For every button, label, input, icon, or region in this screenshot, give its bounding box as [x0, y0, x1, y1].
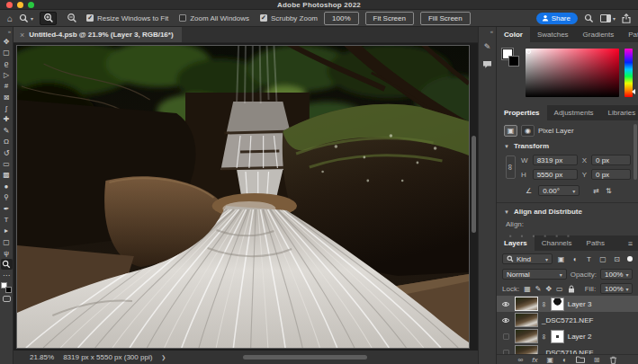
eraser-tool[interactable]: ▭	[1, 158, 13, 169]
screen-mode-icon[interactable]	[3, 296, 11, 302]
y-field[interactable]: 0 px	[591, 169, 631, 180]
chevron-down-icon[interactable]: ▼	[504, 209, 509, 215]
link-dimensions-icon[interactable]: ∞	[506, 155, 516, 179]
zoom-out-button[interactable]	[63, 12, 80, 25]
share-button[interactable]: Share	[536, 13, 578, 24]
saturation-brightness-field[interactable]	[526, 49, 619, 97]
layer-thumbnail[interactable]	[515, 329, 538, 343]
move-tool[interactable]: ✥	[1, 36, 13, 47]
checkbox-scrubby-zoom[interactable]: ✓Scrubby Zoom	[260, 14, 318, 22]
lock-all-icon[interactable]	[568, 285, 575, 293]
pixel-layer-icon[interactable]: ▣	[504, 125, 517, 137]
eyedropper-tool[interactable]: ʃ	[1, 102, 13, 113]
new-group-icon[interactable]	[576, 356, 585, 363]
clone-stamp-tool[interactable]: Ω	[1, 137, 13, 147]
filter-shape-layers-icon[interactable]: ▢	[598, 255, 607, 263]
tab-adjustments[interactable]: Adjustments	[547, 105, 601, 120]
canvas-area[interactable]	[13, 43, 478, 351]
status-zoom-level[interactable]: 21.85%	[30, 353, 54, 361]
export-button[interactable]	[622, 13, 631, 23]
color-picker-ring[interactable]	[526, 49, 531, 54]
fit-screen-button[interactable]: Fit Screen	[365, 12, 414, 25]
lock-artboard-icon[interactable]: ▭	[556, 285, 563, 293]
crop-tool[interactable]: #	[1, 81, 13, 92]
fill-dropdown[interactable]: 100% ▾	[600, 283, 633, 294]
flip-horizontal-icon[interactable]: ⇄	[593, 187, 599, 195]
fill-screen-button[interactable]: Fill Screen	[420, 12, 471, 25]
checkbox-zoom-all-windows[interactable]: Zoom All Windows	[179, 14, 249, 22]
document-tab[interactable]: × Untitled-4.psb @ 21.9% (Layer 3, RGB/1…	[13, 27, 182, 42]
mask-link-icon[interactable]: ∞	[540, 333, 548, 339]
tab-color[interactable]: Color	[497, 27, 530, 42]
layer-row[interactable]: ∞Layer 3	[497, 296, 638, 312]
lock-pixels-icon[interactable]: ✎	[535, 285, 542, 293]
flip-vertical-icon[interactable]: ⇅	[606, 187, 612, 195]
new-layer-icon[interactable]: ⊞	[594, 356, 600, 364]
path-selection-tool[interactable]: ▸	[1, 226, 13, 236]
healing-brush-tool[interactable]: ✚	[1, 114, 13, 125]
visibility-toggle[interactable]	[500, 317, 511, 324]
layer-thumbnail[interactable]	[515, 313, 538, 327]
canvas-vertical-scrollbar[interactable]	[472, 136, 476, 233]
workspace-switcher[interactable]: ▾	[600, 14, 616, 22]
tab-patterns[interactable]: Patterns	[621, 27, 638, 42]
marquee-tool[interactable]: ▢	[1, 47, 13, 58]
gradient-tool[interactable]: ▩	[1, 170, 13, 181]
filter-type-layers-icon[interactable]: T	[584, 255, 594, 263]
layer-name[interactable]: Layer 3	[568, 300, 592, 308]
status-chevron-icon[interactable]: ❯	[161, 354, 166, 360]
visibility-toggle[interactable]	[500, 333, 511, 340]
search-button[interactable]	[584, 13, 594, 23]
height-field[interactable]: 5550 px	[533, 169, 578, 180]
frame-tool[interactable]: ⊠	[1, 92, 13, 102]
type-tool[interactable]: T	[1, 214, 13, 225]
foreground-background-colors[interactable]	[1, 282, 12, 293]
background-color-swatch[interactable]	[508, 56, 519, 67]
mask-properties-icon[interactable]: ◉	[521, 125, 535, 137]
color-swatch-pair[interactable]	[502, 49, 520, 70]
layer-name[interactable]: Layer 2	[568, 333, 592, 341]
tab-properties[interactable]: Properties	[497, 105, 547, 120]
chevron-down-icon[interactable]: ▼	[504, 144, 509, 149]
filter-adjustment-layers-icon[interactable]: ◐	[570, 255, 580, 263]
hue-slider[interactable]	[625, 49, 633, 97]
layer-row[interactable]: _DSC5716.NEF	[497, 344, 638, 354]
layer-mask-thumbnail[interactable]	[551, 297, 564, 311]
lock-transparency-icon[interactable]: ▦	[524, 285, 531, 293]
opacity-dropdown[interactable]: 100% ▾	[600, 269, 633, 280]
layer-mask-thumbnail[interactable]	[551, 330, 564, 343]
checkbox-resize-windows-to-fit[interactable]: ✓Resize Windows to Fit	[86, 14, 168, 22]
dodge-tool[interactable]: ⚲	[1, 191, 13, 202]
visibility-toggle[interactable]	[500, 301, 511, 307]
background-color-swatch[interactable]	[5, 287, 12, 293]
shape-tool[interactable]: ▢	[1, 236, 13, 247]
delete-layer-icon[interactable]	[609, 356, 617, 364]
blend-mode-dropdown[interactable]: Normal ▾	[502, 269, 567, 280]
object-selection-tool[interactable]: ▷	[1, 69, 13, 80]
link-layers-icon[interactable]: ∞	[517, 356, 523, 364]
history-brush-tool[interactable]: ↺	[1, 147, 13, 158]
layer-row[interactable]: _DSC5721.NEF	[497, 312, 638, 328]
layer-style-icon[interactable]: fx	[532, 356, 537, 364]
brush-tool[interactable]: ✎	[1, 125, 13, 136]
panel-menu-icon[interactable]: ≡	[628, 239, 638, 248]
toolbar-expand-icon[interactable]: »	[8, 27, 13, 36]
zoom-tool-preset[interactable]: ▾	[19, 13, 33, 23]
properties-scrollbar[interactable]	[634, 124, 637, 180]
layer-row[interactable]: ∞Layer 2	[497, 328, 638, 344]
filter-smart-objects-icon[interactable]: ⊡	[612, 255, 622, 263]
hue-slider-marker[interactable]	[632, 89, 635, 94]
history-panel-icon[interactable]: ✎	[481, 40, 495, 54]
layer-thumbnail[interactable]	[515, 345, 538, 354]
edit-toolbar-button[interactable]: ⋯	[1, 270, 13, 280]
layer-filter-kind-dropdown[interactable]: Kind ▾	[502, 253, 553, 264]
zoom-in-button[interactable]	[40, 12, 57, 25]
adjustment-layer-icon[interactable]: ◐	[562, 356, 567, 364]
filter-toggle-icon[interactable]	[627, 256, 633, 262]
x-field[interactable]: 0 px	[591, 155, 631, 165]
canvas-horizontal-scrollbar[interactable]	[243, 355, 367, 360]
comments-panel-icon[interactable]	[481, 58, 495, 72]
layer-thumbnail[interactable]	[515, 297, 538, 311]
width-field[interactable]: 8319 px	[533, 155, 578, 165]
tab-libraries[interactable]: Libraries	[601, 105, 638, 120]
